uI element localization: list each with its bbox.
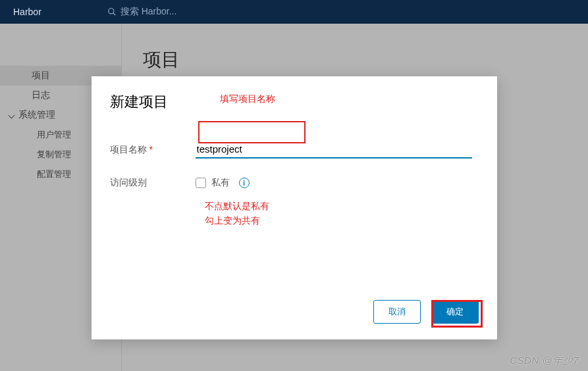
row-project-name: 项目名称* [110,141,479,159]
global-search[interactable]: 搜索 Harbor... [107,6,177,18]
label-access-level: 访问级别 [110,177,196,189]
annotation-input-highlight [198,121,306,143]
row-access-level: 访问级别 私有 i [110,177,479,189]
search-icon [107,7,117,16]
brand-label: Harbor [13,7,41,17]
checkbox-private[interactable] [196,178,206,188]
annotation-access-hint: 不点默认是私有 勾上变为共有 [205,199,269,228]
info-icon[interactable]: i [239,178,250,188]
top-bar: Harbor 搜索 Harbor... [0,0,588,24]
cancel-button[interactable]: 取消 [373,300,421,324]
svg-point-0 [109,9,114,14]
checkbox-private-label: 私有 [211,177,230,189]
confirm-button[interactable]: 确定 [431,300,479,324]
watermark: CSDN @年少7 [510,355,579,367]
annotation-title-hint: 填写项目名称 [220,93,275,105]
label-project-name: 项目名称* [110,144,196,156]
required-asterisk: * [149,144,153,155]
svg-line-1 [113,13,116,16]
search-placeholder: 搜索 Harbor... [120,6,177,18]
modal-overlay: 新建项目 填写项目名称 项目名称* 访问级别 私有 i 不点默认是私有 勾上变为… [0,24,588,371]
modal-title: 新建项目 [110,92,479,112]
input-project-name[interactable] [196,141,472,159]
modal-footer: 取消 确定 [110,228,479,324]
new-project-modal: 新建项目 填写项目名称 项目名称* 访问级别 私有 i 不点默认是私有 勾上变为… [92,76,497,339]
